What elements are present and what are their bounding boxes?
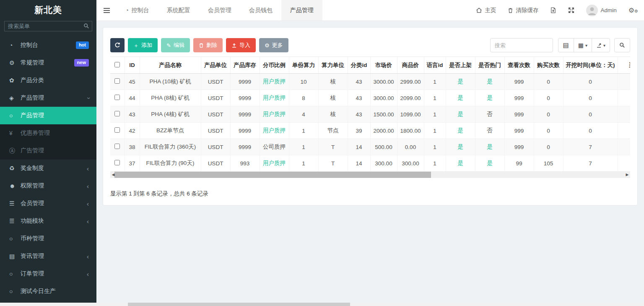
cell: FIL联合算力 (360天) <box>140 139 201 155</box>
clear-cache-link[interactable]: 清除缓存 <box>502 0 544 21</box>
cell: 500.00 <box>370 139 397 155</box>
column-header[interactable]: 市场价 <box>370 57 397 74</box>
table-horizontal-scrollbar[interactable]: ◀ ▶ <box>110 172 630 178</box>
add-button[interactable]: ＋添加 <box>128 38 158 52</box>
column-header[interactable]: 分币比例 <box>260 57 289 74</box>
cell: 2099.00 <box>397 90 424 106</box>
sidebar-item-10[interactable]: ○订单管理‹ <box>0 265 96 283</box>
sidebar-item-4[interactable]: ♻奖金制度‹ <box>0 159 96 177</box>
column-header[interactable]: 商品价 <box>397 57 424 74</box>
cell: PHA (10核) 矿机 <box>140 74 201 90</box>
cell-link[interactable]: 用户质押 <box>263 160 286 166</box>
cell-link[interactable]: 是 <box>457 144 463 150</box>
sidebar-item-8[interactable]: ○币种管理 <box>0 230 96 247</box>
column-header[interactable]: ID <box>125 57 140 74</box>
column-header[interactable]: 产品名称 <box>140 57 201 74</box>
sidebar-item-7[interactable]: ☰功能模块‹ <box>0 212 96 230</box>
sidebar-search-input[interactable] <box>4 21 92 31</box>
cell-value: 0 <box>547 79 550 85</box>
page-horizontal-scrollbar[interactable] <box>0 303 644 306</box>
tab-4[interactable]: 产品管理 <box>281 0 322 21</box>
cell <box>618 155 630 172</box>
table-search-input[interactable] <box>490 38 553 52</box>
sidebar-subitem-3-2[interactable]: Ⓐ广告管理 <box>0 142 96 159</box>
cell-link[interactable]: 是 <box>457 160 463 166</box>
column-header[interactable]: 是否上架 <box>446 57 475 74</box>
cell-link[interactable]: 用户质押 <box>263 78 286 85</box>
settings-menu[interactable]: ⚙⚙ <box>623 0 644 21</box>
cell: 节点 <box>318 123 348 139</box>
sidebar-item-9[interactable]: ▤资讯管理‹ <box>0 247 96 265</box>
column-header[interactable]: 是否热门 <box>475 57 504 74</box>
column-header[interactable]: 产品单位 <box>201 57 230 74</box>
page-scrollbar-thumb[interactable] <box>128 303 350 306</box>
scrollbar-thumb[interactable] <box>114 172 431 178</box>
sidebar-item-3[interactable]: ◈产品管理‹ <box>0 89 96 107</box>
search-button[interactable] <box>614 38 630 52</box>
cell-value: USDT <box>208 111 223 118</box>
tab-2[interactable]: 会员管理 <box>199 0 240 21</box>
row-checkbox[interactable] <box>114 111 120 116</box>
cell-value: 9999 <box>239 144 251 150</box>
row-checkbox[interactable] <box>114 144 120 149</box>
tab-label: 会员钱包 <box>249 7 273 14</box>
sidebar-item-2[interactable]: ✿产品分类 <box>0 72 96 89</box>
row-checkbox[interactable] <box>114 160 120 165</box>
select-all-checkbox[interactable] <box>114 62 120 67</box>
cell-link[interactable]: 用户质押 <box>263 111 286 117</box>
cell-link[interactable]: 是 <box>487 95 493 101</box>
row-checkbox[interactable] <box>114 127 120 133</box>
scroll-left-arrow-icon[interactable]: ◀ <box>110 172 116 178</box>
sidebar-subitem-3-1[interactable]: ¥优惠券管理 <box>0 124 96 142</box>
table-row: 45PHA (10核) 矿机USDT9999用户质押10核433000.0029… <box>110 74 630 90</box>
columns-button[interactable]: ▦ ▾ <box>574 38 592 52</box>
user-menu[interactable]: Admin <box>580 0 622 21</box>
column-header[interactable]: 查看次数 <box>504 57 534 74</box>
tab-0[interactable]: ◔控制台 <box>117 0 158 21</box>
cell-link[interactable]: 是 <box>457 78 463 85</box>
clear-cache-label: 清除缓存 <box>516 7 538 14</box>
table-row: 43PHA (4核) 矿机USDT9999用户质押4核431500.001099… <box>110 106 630 123</box>
cell-link[interactable]: 是 <box>487 160 493 166</box>
cell-link[interactable]: 是 <box>457 127 463 134</box>
column-header[interactable]: 算力单位 <box>318 57 348 74</box>
column-header[interactable]: 语言id <box>424 57 446 74</box>
export-button[interactable]: ▾ <box>592 38 610 52</box>
refresh-button[interactable] <box>110 38 125 52</box>
sidebar-item-6[interactable]: ☰会员管理‹ <box>0 195 96 212</box>
cell: 用户质押 <box>260 155 289 172</box>
menu-toggle-icon[interactable] <box>96 0 117 21</box>
row-checkbox[interactable] <box>114 78 120 84</box>
column-header[interactable]: 开挖时间(单位：天) <box>563 57 618 74</box>
detail-view-button[interactable]: ▤ <box>558 38 574 52</box>
sidebar-item-0[interactable]: ◔控制台hot <box>0 36 96 54</box>
tab-1[interactable]: 系统配置 <box>158 0 199 21</box>
column-header[interactable]: 分类id <box>348 57 370 74</box>
cell: 39 <box>348 123 370 139</box>
cell-value: 7 <box>589 144 592 150</box>
more-button[interactable]: ⚙更多 <box>259 38 288 52</box>
column-header[interactable]: 单份算力 <box>289 57 318 74</box>
nav-tabs: ◔控制台系统配置会员管理会员钱包产品管理 <box>117 0 322 21</box>
cell <box>618 74 630 90</box>
language-switch[interactable] <box>544 0 562 21</box>
sidebar-item-1[interactable]: ⚙常规管理new <box>0 54 96 72</box>
home-link[interactable]: 主页 <box>470 0 502 21</box>
cell-link[interactable]: 是 <box>487 78 493 85</box>
cell-link[interactable]: 用户质押 <box>263 127 286 134</box>
sidebar-item-5[interactable]: ☻权限管理‹ <box>0 177 96 195</box>
row-checkbox[interactable] <box>114 95 120 100</box>
column-header[interactable]: 到期时间 <box>618 57 630 74</box>
sidebar-subitem-3-0[interactable]: ○产品管理 <box>0 107 96 124</box>
cell-link[interactable]: 是 <box>457 111 463 117</box>
column-header[interactable]: 购买次数 <box>534 57 563 74</box>
fullscreen-toggle[interactable] <box>562 0 580 21</box>
scroll-right-arrow-icon[interactable]: ▶ <box>624 172 630 178</box>
cell-link[interactable]: 是 <box>457 95 463 101</box>
tab-3[interactable]: 会员钱包 <box>240 0 281 21</box>
sidebar-item-11[interactable]: ○测试今日生产 <box>0 283 96 300</box>
column-header[interactable]: 产品库存 <box>230 57 260 74</box>
cell-link[interactable]: 是 <box>487 144 493 150</box>
cell-link[interactable]: 用户质押 <box>263 95 286 101</box>
import-button[interactable]: 导入 <box>226 38 256 52</box>
